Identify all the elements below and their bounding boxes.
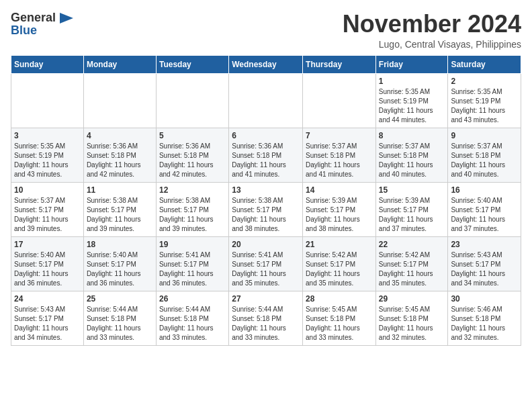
calendar-cell: 9Sunrise: 5:37 AM Sunset: 5:18 PM Daylig… <box>448 128 521 182</box>
logo-text-blue: Blue <box>11 24 37 38</box>
day-number: 5 <box>159 131 226 140</box>
day-info: Sunrise: 5:37 AM Sunset: 5:18 PM Dayligh… <box>306 142 373 179</box>
day-number: 15 <box>379 185 445 195</box>
logo-flag-icon <box>58 13 73 24</box>
calendar-week-row: 1Sunrise: 5:35 AM Sunset: 5:19 PM Daylig… <box>11 73 521 128</box>
day-info: Sunrise: 5:40 AM Sunset: 5:17 PM Dayligh… <box>87 250 153 288</box>
day-number: 20 <box>232 240 300 249</box>
day-number: 14 <box>306 185 373 195</box>
calendar-cell: 30Sunrise: 5:46 AM Sunset: 5:18 PM Dayli… <box>448 291 521 345</box>
logo-text-general: General <box>11 11 56 25</box>
weekday-header-friday: Friday <box>375 55 448 73</box>
day-number: 13 <box>232 185 300 195</box>
day-number: 29 <box>379 294 445 304</box>
day-number: 23 <box>451 240 518 249</box>
calendar-cell <box>156 73 228 128</box>
day-number: 17 <box>14 240 81 249</box>
location-subtitle: Lugo, Central Visayas, Philippines <box>343 39 521 50</box>
calendar-cell: 6Sunrise: 5:36 AM Sunset: 5:18 PM Daylig… <box>229 128 303 182</box>
day-number: 11 <box>87 185 153 195</box>
day-number: 19 <box>159 240 226 249</box>
calendar-cell <box>303 73 376 128</box>
calendar-week-row: 10Sunrise: 5:37 AM Sunset: 5:17 PM Dayli… <box>11 182 521 236</box>
day-number: 27 <box>232 294 300 304</box>
weekday-header-thursday: Thursday <box>303 55 376 73</box>
calendar-week-row: 3Sunrise: 5:35 AM Sunset: 5:19 PM Daylig… <box>11 128 521 182</box>
calendar-cell: 25Sunrise: 5:44 AM Sunset: 5:18 PM Dayli… <box>83 291 156 345</box>
day-info: Sunrise: 5:37 AM Sunset: 5:17 PM Dayligh… <box>14 196 81 234</box>
calendar-cell: 14Sunrise: 5:39 AM Sunset: 5:17 PM Dayli… <box>303 182 376 236</box>
day-info: Sunrise: 5:36 AM Sunset: 5:18 PM Dayligh… <box>159 142 226 179</box>
weekday-header-tuesday: Tuesday <box>156 55 228 73</box>
calendar-cell: 3Sunrise: 5:35 AM Sunset: 5:19 PM Daylig… <box>11 128 84 182</box>
calendar-cell: 23Sunrise: 5:43 AM Sunset: 5:17 PM Dayli… <box>448 236 521 291</box>
day-info: Sunrise: 5:37 AM Sunset: 5:18 PM Dayligh… <box>379 142 445 179</box>
calendar-cell: 11Sunrise: 5:38 AM Sunset: 5:17 PM Dayli… <box>83 182 156 236</box>
weekday-header-saturday: Saturday <box>448 55 521 73</box>
day-number: 22 <box>379 240 445 249</box>
day-info: Sunrise: 5:39 AM Sunset: 5:17 PM Dayligh… <box>379 196 445 234</box>
calendar-cell: 21Sunrise: 5:42 AM Sunset: 5:17 PM Dayli… <box>303 236 376 291</box>
calendar-cell: 28Sunrise: 5:45 AM Sunset: 5:18 PM Dayli… <box>303 291 376 345</box>
day-info: Sunrise: 5:42 AM Sunset: 5:17 PM Dayligh… <box>306 250 373 288</box>
day-number: 12 <box>159 185 226 195</box>
day-info: Sunrise: 5:38 AM Sunset: 5:17 PM Dayligh… <box>232 196 300 234</box>
day-info: Sunrise: 5:43 AM Sunset: 5:17 PM Dayligh… <box>451 250 518 288</box>
logo: General Blue <box>11 11 73 38</box>
calendar-cell: 10Sunrise: 5:37 AM Sunset: 5:17 PM Dayli… <box>11 182 84 236</box>
calendar-cell: 5Sunrise: 5:36 AM Sunset: 5:18 PM Daylig… <box>156 128 228 182</box>
day-number: 2 <box>451 77 518 86</box>
day-number: 8 <box>379 131 445 140</box>
day-info: Sunrise: 5:38 AM Sunset: 5:17 PM Dayligh… <box>87 196 153 234</box>
calendar-week-row: 17Sunrise: 5:40 AM Sunset: 5:17 PM Dayli… <box>11 236 521 291</box>
day-info: Sunrise: 5:35 AM Sunset: 5:19 PM Dayligh… <box>379 87 445 125</box>
calendar-cell: 26Sunrise: 5:44 AM Sunset: 5:18 PM Dayli… <box>156 291 228 345</box>
day-number: 26 <box>159 294 226 304</box>
day-number: 9 <box>451 131 518 140</box>
day-info: Sunrise: 5:40 AM Sunset: 5:17 PM Dayligh… <box>451 196 518 234</box>
day-info: Sunrise: 5:40 AM Sunset: 5:17 PM Dayligh… <box>14 250 81 288</box>
day-info: Sunrise: 5:36 AM Sunset: 5:18 PM Dayligh… <box>87 142 153 179</box>
day-number: 1 <box>379 77 445 86</box>
page-header: General Blue November 2024 Lugo, Central… <box>11 11 521 50</box>
day-number: 18 <box>87 240 153 249</box>
calendar-cell: 27Sunrise: 5:44 AM Sunset: 5:18 PM Dayli… <box>229 291 303 345</box>
day-info: Sunrise: 5:41 AM Sunset: 5:17 PM Dayligh… <box>159 250 226 288</box>
day-info: Sunrise: 5:42 AM Sunset: 5:17 PM Dayligh… <box>379 250 445 288</box>
calendar-cell: 4Sunrise: 5:36 AM Sunset: 5:18 PM Daylig… <box>83 128 156 182</box>
day-number: 24 <box>14 294 81 304</box>
day-number: 25 <box>87 294 153 304</box>
day-number: 6 <box>232 131 300 140</box>
calendar-cell: 18Sunrise: 5:40 AM Sunset: 5:17 PM Dayli… <box>83 236 156 291</box>
calendar-cell: 12Sunrise: 5:38 AM Sunset: 5:17 PM Dayli… <box>156 182 228 236</box>
day-info: Sunrise: 5:45 AM Sunset: 5:18 PM Dayligh… <box>306 305 373 342</box>
day-info: Sunrise: 5:41 AM Sunset: 5:17 PM Dayligh… <box>232 250 300 288</box>
calendar-cell: 13Sunrise: 5:38 AM Sunset: 5:17 PM Dayli… <box>229 182 303 236</box>
calendar-table: SundayMondayTuesdayWednesdayThursdayFrid… <box>11 55 521 346</box>
day-info: Sunrise: 5:38 AM Sunset: 5:17 PM Dayligh… <box>159 196 226 234</box>
calendar-cell: 7Sunrise: 5:37 AM Sunset: 5:18 PM Daylig… <box>303 128 376 182</box>
calendar-week-row: 24Sunrise: 5:43 AM Sunset: 5:17 PM Dayli… <box>11 291 521 345</box>
calendar-cell: 22Sunrise: 5:42 AM Sunset: 5:17 PM Dayli… <box>375 236 448 291</box>
calendar-cell: 15Sunrise: 5:39 AM Sunset: 5:17 PM Dayli… <box>375 182 448 236</box>
weekday-header-monday: Monday <box>83 55 156 73</box>
weekday-header-sunday: Sunday <box>11 55 84 73</box>
day-number: 4 <box>87 131 153 140</box>
calendar-cell: 1Sunrise: 5:35 AM Sunset: 5:19 PM Daylig… <box>375 73 448 128</box>
day-number: 16 <box>451 185 518 195</box>
calendar-cell <box>83 73 156 128</box>
day-number: 21 <box>306 240 373 249</box>
day-info: Sunrise: 5:43 AM Sunset: 5:17 PM Dayligh… <box>14 305 81 342</box>
day-number: 30 <box>451 294 518 304</box>
day-info: Sunrise: 5:39 AM Sunset: 5:17 PM Dayligh… <box>306 196 373 234</box>
day-info: Sunrise: 5:35 AM Sunset: 5:19 PM Dayligh… <box>14 142 81 179</box>
day-number: 28 <box>306 294 373 304</box>
calendar-cell: 24Sunrise: 5:43 AM Sunset: 5:17 PM Dayli… <box>11 291 84 345</box>
month-title: November 2024 <box>343 11 521 38</box>
day-info: Sunrise: 5:36 AM Sunset: 5:18 PM Dayligh… <box>232 142 300 179</box>
day-info: Sunrise: 5:35 AM Sunset: 5:19 PM Dayligh… <box>451 87 518 125</box>
calendar-cell: 20Sunrise: 5:41 AM Sunset: 5:17 PM Dayli… <box>229 236 303 291</box>
calendar-cell: 19Sunrise: 5:41 AM Sunset: 5:17 PM Dayli… <box>156 236 228 291</box>
title-section: November 2024 Lugo, Central Visayas, Phi… <box>343 11 521 50</box>
day-info: Sunrise: 5:44 AM Sunset: 5:18 PM Dayligh… <box>159 305 226 342</box>
